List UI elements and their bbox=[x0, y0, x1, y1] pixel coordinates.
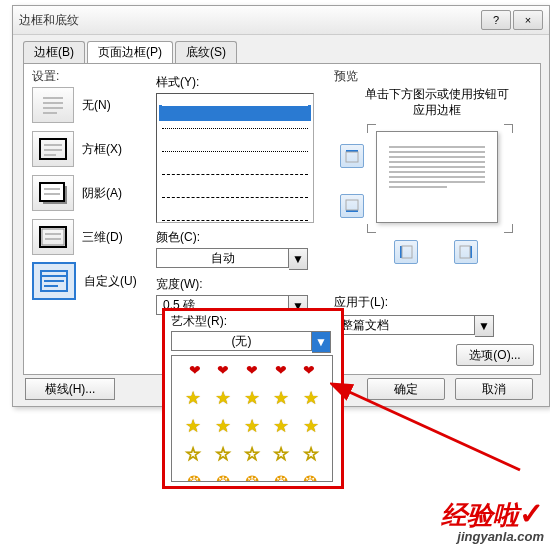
style-row[interactable] bbox=[159, 128, 311, 144]
tab-strip: 边框(B) 页面边框(P) 底纹(S) bbox=[23, 41, 549, 63]
watermark: 经验啦✓ jingyanla.com bbox=[441, 496, 544, 544]
svg-rect-1 bbox=[43, 102, 63, 104]
svg-rect-9 bbox=[40, 183, 64, 201]
art-value: (无) bbox=[171, 331, 312, 351]
crop-mark-icon bbox=[367, 124, 376, 133]
svg-rect-5 bbox=[44, 144, 62, 146]
art-option-stars-outline[interactable]: ☆☆☆☆☆ bbox=[172, 440, 332, 468]
svg-rect-10 bbox=[44, 188, 60, 190]
art-option-stars-solid[interactable]: ★★★★★ bbox=[172, 412, 332, 440]
shadow-icon bbox=[32, 175, 74, 211]
style-row[interactable] bbox=[159, 197, 311, 213]
style-solid[interactable] bbox=[159, 105, 311, 121]
style-heading: 样式(Y): bbox=[156, 74, 326, 91]
border-right-button[interactable] bbox=[454, 240, 478, 264]
art-option-stars-arrow[interactable]: ★★★★★ bbox=[172, 384, 332, 412]
art-type-list[interactable]: ❤❤❤❤❤ ★★★★★ ★★★★★ ☆☆☆☆☆ ❂❂❂❂❂ bbox=[171, 355, 333, 482]
dialog-title: 边框和底纹 bbox=[19, 12, 479, 29]
chevron-down-icon[interactable]: ▼ bbox=[475, 315, 494, 337]
apply-to-combo[interactable]: 整篇文档 ▼ bbox=[334, 315, 494, 337]
threed-icon bbox=[32, 219, 74, 255]
color-combo[interactable]: 自动 ▼ bbox=[156, 248, 308, 270]
preview-hint: 单击下方图示或使用按钮可 应用边框 bbox=[334, 86, 539, 118]
border-left-button[interactable] bbox=[394, 240, 418, 264]
preview-area bbox=[334, 126, 539, 236]
svg-rect-3 bbox=[43, 112, 57, 114]
svg-rect-11 bbox=[44, 193, 60, 195]
chevron-down-icon[interactable]: ▼ bbox=[289, 248, 308, 270]
preview-column: 预览 单击下方图示或使用按钮可 应用边框 bbox=[334, 68, 539, 268]
svg-rect-7 bbox=[44, 154, 56, 156]
preview-heading: 预览 bbox=[334, 68, 358, 85]
svg-rect-19 bbox=[44, 285, 58, 287]
svg-rect-15 bbox=[45, 238, 61, 240]
tab-page-border[interactable]: 页面边框(P) bbox=[87, 41, 173, 63]
svg-rect-12 bbox=[40, 227, 66, 247]
width-label: 宽度(W): bbox=[156, 276, 326, 293]
setting-box-label: 方框(X) bbox=[82, 141, 122, 158]
svg-rect-2 bbox=[43, 107, 63, 109]
art-option-hearts[interactable]: ❤❤❤❤❤ bbox=[172, 356, 332, 384]
art-option-sunflowers[interactable]: ❂❂❂❂❂ bbox=[172, 468, 332, 482]
close-icon: × bbox=[525, 14, 531, 26]
setting-3d-label: 三维(D) bbox=[82, 229, 123, 246]
setting-shadow-label: 阴影(A) bbox=[82, 185, 122, 202]
svg-rect-0 bbox=[43, 97, 63, 99]
border-bottom-button[interactable] bbox=[340, 194, 364, 218]
preview-page[interactable] bbox=[376, 131, 498, 223]
svg-rect-25 bbox=[402, 246, 412, 258]
checkmark-icon: ✓ bbox=[519, 497, 544, 530]
setting-3d[interactable]: 三维(D) bbox=[32, 220, 152, 254]
setting-custom-label: 自定义(U) bbox=[84, 273, 137, 290]
art-type-highlight: 艺术型(R): (无) ▼ ❤❤❤❤❤ ★★★★★ ★★★★★ ☆☆☆☆☆ ❂❂… bbox=[162, 308, 344, 489]
apply-to-label: 应用于(L): bbox=[334, 294, 494, 311]
preview-hint-1: 单击下方图示或使用按钮可 bbox=[365, 87, 509, 101]
art-combo[interactable]: (无) ▼ bbox=[171, 331, 331, 353]
border-top-button[interactable] bbox=[340, 144, 364, 168]
close-button[interactable]: × bbox=[513, 10, 543, 30]
color-value: 自动 bbox=[156, 248, 289, 268]
titlebar: 边框和底纹 ? × bbox=[13, 6, 549, 35]
apply-to-group: 应用于(L): 整篇文档 ▼ bbox=[334, 294, 494, 337]
preview-hint-2: 应用边框 bbox=[413, 103, 461, 117]
setting-none-label: 无(N) bbox=[82, 97, 111, 114]
setting-box[interactable]: 方框(X) bbox=[32, 132, 152, 166]
cancel-button[interactable]: 取消 bbox=[455, 378, 533, 400]
svg-rect-13 bbox=[42, 229, 64, 245]
tab-shading[interactable]: 底纹(S) bbox=[175, 41, 237, 63]
setting-none[interactable]: 无(N) bbox=[32, 88, 152, 122]
crop-mark-icon bbox=[504, 224, 513, 233]
apply-to-value: 整篇文档 bbox=[334, 315, 475, 335]
watermark-text: 经验啦 bbox=[441, 500, 519, 530]
svg-rect-27 bbox=[460, 246, 470, 258]
chevron-down-icon[interactable]: ▼ bbox=[312, 331, 331, 353]
svg-rect-14 bbox=[45, 233, 61, 235]
style-row[interactable] bbox=[159, 174, 311, 190]
none-icon bbox=[32, 87, 74, 123]
settings-heading: 设置: bbox=[32, 68, 59, 85]
svg-rect-18 bbox=[44, 280, 64, 282]
horizontal-line-button[interactable]: 横线(H)... bbox=[25, 378, 115, 400]
style-row[interactable] bbox=[159, 151, 311, 167]
svg-rect-6 bbox=[44, 149, 62, 151]
crop-mark-icon bbox=[504, 124, 513, 133]
options-button[interactable]: 选项(O)... bbox=[456, 344, 534, 366]
crop-mark-icon bbox=[367, 224, 376, 233]
tab-border[interactable]: 边框(B) bbox=[23, 41, 85, 63]
settings-column: 无(N) 方框(X) 阴影(A) 三维(D) 自定义(U) bbox=[32, 88, 152, 308]
box-icon bbox=[32, 131, 74, 167]
setting-shadow[interactable]: 阴影(A) bbox=[32, 176, 152, 210]
watermark-url: jingyanla.com bbox=[441, 529, 544, 544]
color-label: 颜色(C): bbox=[156, 229, 326, 246]
setting-custom[interactable]: 自定义(U) bbox=[32, 264, 152, 298]
custom-icon bbox=[32, 262, 76, 300]
ok-button[interactable]: 确定 bbox=[367, 378, 445, 400]
style-column: 样式(Y): 颜色(C): 自动 ▼ 宽度(W): 0.5 磅 ▼ bbox=[156, 68, 326, 317]
art-label: 艺术型(R): bbox=[171, 313, 227, 330]
svg-rect-21 bbox=[346, 152, 358, 162]
help-icon: ? bbox=[493, 14, 499, 26]
style-row[interactable] bbox=[159, 220, 311, 223]
svg-rect-23 bbox=[346, 200, 358, 210]
help-button[interactable]: ? bbox=[481, 10, 511, 30]
line-style-list[interactable] bbox=[156, 93, 314, 223]
